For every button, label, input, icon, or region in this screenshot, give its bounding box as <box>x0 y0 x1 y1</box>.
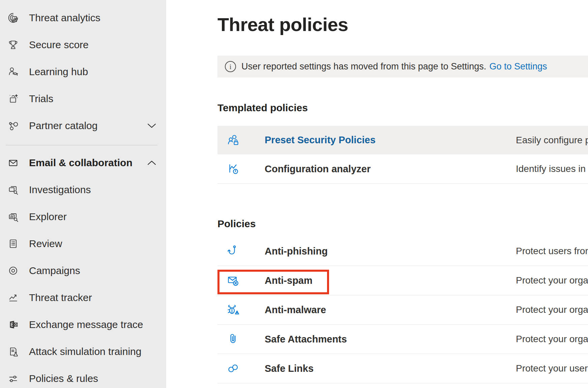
sidebar-item-threat-analytics[interactable]: Threat analytics <box>0 4 166 31</box>
sidebar-item-secure-score[interactable]: Secure score <box>0 31 166 58</box>
sidebar-item-label: Investigations <box>29 184 91 196</box>
preset-security-policies-icon <box>227 133 240 147</box>
sidebar-item-label: Email & collaboration <box>29 157 133 169</box>
policy-name[interactable]: Anti-malware <box>265 304 326 316</box>
sidebar-item-email-collaboration[interactable]: Email & collaboration <box>0 149 166 176</box>
sidebar-item-label: Review <box>29 238 62 249</box>
row-anti-malware[interactable]: Anti-malware Protect your organiz <box>217 295 588 325</box>
policy-description: Identify issues in you <box>516 163 588 174</box>
threat-analytics-icon <box>7 12 19 24</box>
policy-description: Protect users from p <box>516 246 588 257</box>
threat-tracker-icon <box>7 292 19 303</box>
sidebar-item-label: Attack simulation training <box>29 346 142 357</box>
policy-name[interactable]: Safe Attachments <box>265 334 347 345</box>
policies-heading: Policies <box>217 218 256 230</box>
sidebar-divider <box>6 145 157 145</box>
policy-description: Protect your organiz <box>516 304 588 315</box>
sidebar-item-exchange-message-trace[interactable]: Exchange message trace <box>0 311 166 338</box>
safe-attachments-icon <box>227 332 240 346</box>
info-icon: i <box>225 61 236 72</box>
banner-message: User reported settings has moved from th… <box>241 61 486 72</box>
sidebar-item-partner-catalog[interactable]: Partner catalog <box>0 112 166 139</box>
row-configuration-analyzer[interactable]: Configuration analyzer Identify issues i… <box>217 154 588 184</box>
policy-name-link[interactable]: Preset Security Policies <box>265 135 376 146</box>
configuration-analyzer-icon <box>227 162 240 176</box>
policy-name[interactable]: Configuration analyzer <box>265 163 371 175</box>
policy-description: Protect your users fr <box>516 363 588 374</box>
policy-description: Protect your organiz <box>516 275 588 286</box>
attack-simulation-training-icon <box>7 346 19 357</box>
sidebar-item-label: Learning hub <box>29 66 88 78</box>
sidebar-item-review[interactable]: Review <box>0 230 166 257</box>
sidebar-item-attack-simulation-training[interactable]: Attack simulation training <box>0 338 166 365</box>
exchange-message-trace-icon <box>7 319 19 330</box>
campaigns-icon <box>7 265 19 276</box>
investigations-icon <box>7 184 19 196</box>
policy-description: Easily configure prot <box>516 135 588 146</box>
learning-hub-icon <box>7 66 19 78</box>
row-anti-spam[interactable]: Anti-spam Protect your organiz <box>217 266 588 295</box>
main-content: Threat policies i User reported settings… <box>217 0 588 388</box>
info-banner: i User reported settings has moved from … <box>217 56 588 78</box>
row-preset-security-policies[interactable]: Preset Security Policies Easily configur… <box>217 126 588 154</box>
sidebar-item-label: Exchange message trace <box>29 319 143 330</box>
explorer-icon <box>7 211 19 222</box>
row-safe-links[interactable]: Safe Links Protect your users fr <box>217 354 588 383</box>
sidebar-item-learning-hub[interactable]: Learning hub <box>0 58 166 85</box>
secure-score-icon <box>7 39 19 51</box>
policies-rules-icon <box>7 373 19 384</box>
row-safe-attachments[interactable]: Safe Attachments Protect your organiz <box>217 325 588 354</box>
policies-list: Anti-phishing Protect users from p Anti-… <box>217 237 588 383</box>
policy-name[interactable]: Anti-phishing <box>265 246 328 257</box>
sidebar-item-campaigns[interactable]: Campaigns <box>0 257 166 284</box>
trials-icon <box>7 93 19 105</box>
policy-description: Protect your organiz <box>516 334 588 345</box>
sidebar-item-threat-tracker[interactable]: Threat tracker <box>0 284 166 311</box>
sidebar-item-label: Explorer <box>29 211 67 222</box>
policy-name[interactable]: Safe Links <box>265 363 314 374</box>
anti-phishing-icon <box>227 244 240 258</box>
sidebar: Threat analytics Secure score Learning h… <box>0 0 166 388</box>
row-anti-phishing[interactable]: Anti-phishing Protect users from p <box>217 237 588 266</box>
anti-spam-icon <box>227 274 240 287</box>
sidebar-item-label: Policies & rules <box>29 373 98 384</box>
anti-malware-icon <box>227 303 240 317</box>
sidebar-item-trials[interactable]: Trials <box>0 85 166 112</box>
partner-catalog-icon <box>7 120 19 131</box>
sidebar-item-label: Trials <box>29 93 53 105</box>
safe-links-icon <box>227 362 240 375</box>
review-icon <box>7 238 19 249</box>
sidebar-item-label: Secure score <box>29 39 89 51</box>
sidebar-item-policies-rules[interactable]: Policies & rules <box>0 365 166 388</box>
sidebar-item-investigations[interactable]: Investigations <box>0 176 166 203</box>
templated-policies-list: Preset Security Policies Easily configur… <box>217 126 588 184</box>
page-title: Threat policies <box>217 13 348 35</box>
chevron-up-icon[interactable] <box>147 160 156 166</box>
sidebar-item-label: Threat tracker <box>29 292 92 303</box>
email-collaboration-icon <box>7 157 19 169</box>
sidebar-item-label: Campaigns <box>29 265 80 276</box>
go-to-settings-link[interactable]: Go to Settings <box>489 61 547 72</box>
sidebar-item-label: Threat analytics <box>29 12 100 24</box>
sidebar-item-explorer[interactable]: Explorer <box>0 203 166 230</box>
policy-name[interactable]: Anti-spam <box>265 275 313 286</box>
templated-policies-heading: Templated policies <box>217 102 308 114</box>
sidebar-item-label: Partner catalog <box>29 120 97 131</box>
chevron-down-icon[interactable] <box>147 123 156 128</box>
